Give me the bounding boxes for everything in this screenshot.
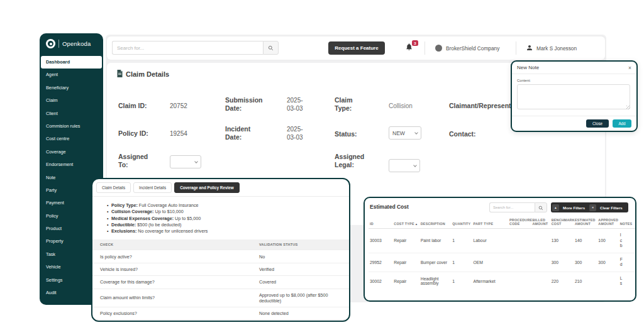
notifications-button[interactable]: 3 bbox=[405, 42, 420, 55]
sidebar-item-endorsement[interactable]: Endorsement bbox=[40, 158, 103, 171]
sidebar-item-client[interactable]: Client bbox=[40, 107, 103, 120]
submission-date-label: Submission Date: bbox=[225, 96, 264, 113]
close-icon[interactable]: × bbox=[628, 65, 631, 71]
policy-bullet: Exclusions: No coverage for unlicensed d… bbox=[111, 228, 344, 234]
cell-billed-amount bbox=[531, 253, 550, 272]
policy-bullet: Policy Type: Full Coverage Auto Insuranc… bbox=[111, 202, 344, 209]
claim-id-value: 20752 bbox=[170, 102, 187, 110]
cost-row[interactable]: 30002RepairHeadlight assembly1Aftermarke… bbox=[369, 272, 635, 290]
user-icon bbox=[526, 43, 536, 54]
cell-benchmark-cost: 300 bbox=[550, 253, 574, 272]
column-header-cost-type[interactable]: COST TYPE▲ bbox=[392, 216, 419, 229]
check-cell: Vehicle is insured? bbox=[92, 263, 252, 275]
chevron-down-icon bbox=[414, 131, 418, 135]
page-title: Claim Details bbox=[126, 70, 169, 78]
openkoda-logo-icon bbox=[46, 39, 55, 48]
assigned-to-label: Assigned To: bbox=[118, 153, 148, 169]
column-header-quantity[interactable]: QUANTITY bbox=[451, 216, 472, 229]
close-button[interactable]: Close bbox=[586, 119, 609, 128]
column-header-description[interactable]: DESCRIPTION bbox=[419, 216, 451, 229]
cell-quantity: 1 bbox=[451, 272, 472, 290]
claim-type-value: Collision bbox=[389, 102, 413, 110]
more-filters-button[interactable]: ▴ More Filters bbox=[551, 202, 591, 212]
caret-up-icon: ▴ bbox=[552, 204, 559, 211]
column-header-benchmark-cost[interactable]: BENCHMARK COST bbox=[550, 216, 574, 229]
tab-coverage-and-policy-review[interactable]: Coverage and Policy Review bbox=[174, 182, 239, 193]
validation-row: Vehicle is insured?Verified bbox=[92, 263, 349, 275]
cell-cost-type: Repair bbox=[392, 229, 419, 253]
sidebar-item-dashboard[interactable]: Dashboard bbox=[41, 56, 102, 69]
cost-search-button[interactable] bbox=[535, 202, 547, 212]
sidebar-item-commision-rules[interactable]: Commision rules bbox=[40, 120, 103, 133]
request-feature-button[interactable]: Request a Feature bbox=[328, 41, 385, 55]
cell-description: Headlight assembly bbox=[419, 272, 451, 290]
cell-billed-amount bbox=[531, 229, 550, 253]
cell-approved-amount: 100 bbox=[597, 229, 618, 253]
submission-date-value: 2025-03-03 bbox=[287, 96, 312, 113]
bullet-text: No coverage for unlicensed drivers bbox=[136, 228, 208, 234]
policy-bullet: Deductible: $500 (to be deducted) bbox=[111, 222, 344, 228]
search-input[interactable] bbox=[112, 41, 263, 55]
bullet-label: Policy Type: bbox=[111, 202, 138, 208]
policy-id-label: Policy ID: bbox=[118, 129, 148, 138]
status-cell: Approved up to $8,000 (after $500 deduct… bbox=[252, 289, 349, 307]
cost-table: IDCOST TYPE▲DESCRIPTIONQUANTITYPART TYPE… bbox=[369, 216, 635, 290]
column-header-part-type[interactable]: PART TYPE bbox=[472, 216, 509, 229]
bullet-label: Medical Expenses Coverage: bbox=[111, 216, 174, 221]
column-header-id[interactable]: ID bbox=[369, 216, 392, 229]
cost-row[interactable]: 29952RepairBumper cover1OEM300300300Fd bbox=[369, 253, 635, 272]
brand-logo[interactable]: Openkoda bbox=[40, 33, 103, 51]
cell-id: 29952 bbox=[369, 253, 392, 272]
cell-cost-type: Repair bbox=[392, 272, 419, 290]
company-menu[interactable]: BrokerShield Company bbox=[435, 36, 499, 60]
check-column-header: CHECK bbox=[92, 239, 252, 250]
column-header-label: PART TYPE bbox=[474, 222, 494, 226]
user-menu[interactable]: Mark S Jonesson bbox=[526, 36, 577, 60]
cell-procedure-code bbox=[508, 229, 531, 253]
column-header-label: NOTES bbox=[620, 222, 633, 226]
status-cell: No bbox=[252, 250, 349, 263]
sidebar-item-claim[interactable]: Claim bbox=[40, 94, 103, 107]
sidebar-item-cost-centre[interactable]: Cost centre bbox=[40, 133, 103, 145]
status-label: Status: bbox=[335, 130, 357, 138]
column-header-billed-amount[interactable]: BILLED AMOUNT bbox=[531, 216, 550, 229]
column-header-label: ESTIMATED AMOUNT bbox=[575, 218, 596, 226]
claim-details-header: Claim Details bbox=[116, 69, 169, 80]
column-header-notes[interactable]: NOTES bbox=[619, 216, 635, 229]
cell-notes: Icb bbox=[619, 229, 635, 253]
cell-part-type: Aftermarket bbox=[472, 272, 509, 290]
notification-badge: 3 bbox=[412, 40, 418, 46]
bullet-text: $500 (to be deducted) bbox=[136, 222, 181, 228]
check-cell: Claim amount within limits? bbox=[92, 289, 252, 307]
incident-date-label: Incident Date: bbox=[225, 125, 262, 141]
cell-estimated-amount: 140 bbox=[574, 229, 597, 253]
column-header-procedure-code[interactable]: PROCEDURE CODE bbox=[508, 216, 531, 229]
sidebar-item-agent[interactable]: Agent bbox=[40, 69, 103, 81]
assigned-legal-select[interactable] bbox=[389, 159, 420, 172]
cost-row[interactable]: 30003RepairPaint labor1Labour130140100Ic… bbox=[369, 229, 635, 253]
bullet-label: Collision Coverage: bbox=[111, 209, 154, 214]
cell-description: Paint labor bbox=[419, 229, 451, 253]
tab-incident-details[interactable]: Incident Details bbox=[133, 182, 172, 193]
column-header-estimated-amount[interactable]: ESTIMATED AMOUNT bbox=[574, 216, 597, 229]
tab-claim-details[interactable]: Claim Details bbox=[96, 182, 131, 193]
cell-part-type: Labour bbox=[472, 229, 509, 253]
topbar: Request a Feature 3 BrokerShield Company… bbox=[107, 36, 605, 60]
status-cell: Covered bbox=[252, 276, 349, 289]
check-cell: Coverage for this damage? bbox=[92, 276, 252, 289]
cost-table-header-row: IDCOST TYPE▲DESCRIPTIONQUANTITYPART TYPE… bbox=[369, 216, 635, 229]
column-header-approved-amount[interactable]: APPROVED AMOUNT bbox=[597, 216, 618, 229]
search-button[interactable] bbox=[263, 41, 279, 55]
clear-filters-button[interactable]: × Clear Filters bbox=[588, 202, 628, 212]
company-name: BrokerShield Company bbox=[446, 45, 499, 52]
status-select[interactable]: NEW bbox=[389, 126, 421, 140]
cost-search-input[interactable] bbox=[489, 202, 535, 212]
validation-status-column-header: VALIDATION STATUS bbox=[252, 239, 349, 250]
resize-grip-icon[interactable] bbox=[626, 106, 630, 109]
sidebar-item-coverage[interactable]: Coverage bbox=[40, 146, 103, 158]
sidebar-item-beneficiary[interactable]: Beneficiary bbox=[40, 82, 103, 94]
add-button[interactable]: Add bbox=[613, 119, 631, 128]
note-content-textarea[interactable] bbox=[517, 84, 630, 109]
notes-fragment: F bbox=[620, 257, 634, 263]
assigned-to-select[interactable] bbox=[170, 155, 201, 168]
